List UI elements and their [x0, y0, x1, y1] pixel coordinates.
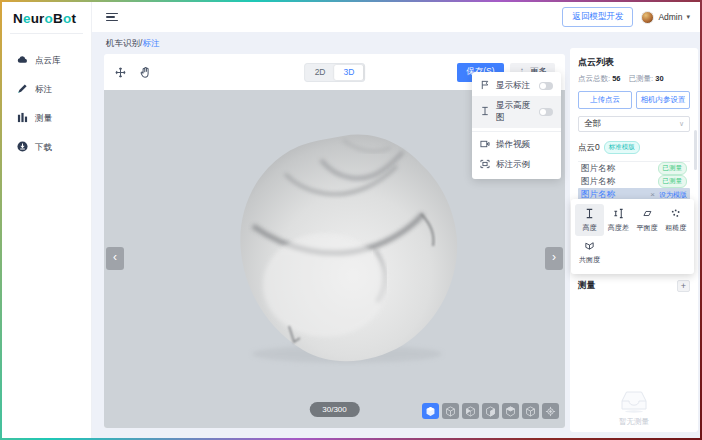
app-window: NeuroBot 点云库 标注 测量 下载 返回模型开发 Admin	[2, 2, 700, 438]
panel-title: 点云列表	[578, 56, 690, 69]
logo-text: t	[71, 11, 76, 26]
pointcloud-stats: 点云总数: 56 已测量: 30	[578, 74, 690, 84]
back-to-model-dev-button[interactable]: 返回模型开发	[562, 7, 633, 27]
measure-tools-popup: 高度 高度差 平面度 粗糙度	[571, 199, 694, 274]
pointcloud-panel: 点云列表 点云总数: 56 已测量: 30 上传点云 相机内参设置 全部 ∨ 点…	[570, 48, 698, 432]
chevron-down-icon: ∨	[679, 120, 684, 128]
filter-value: 全部	[584, 118, 601, 130]
menu-item-label: 显示标注	[496, 80, 533, 92]
add-measure-button[interactable]: +	[677, 280, 690, 292]
tool-coplanarity[interactable]: 共面度	[575, 236, 604, 268]
next-image-button[interactable]: ›	[545, 247, 563, 270]
group-name: 点云0	[578, 142, 600, 154]
menu-item-label: 显示高度图	[496, 100, 533, 124]
show-annotations-toggle[interactable]	[539, 82, 553, 90]
measure-section-title: 测量	[578, 280, 595, 292]
menu-item-show-heightmap[interactable]: 显示高度图	[472, 96, 561, 128]
menu-item-label: 操作视频	[496, 139, 553, 151]
roughness-icon	[670, 208, 681, 221]
measure-icon	[17, 112, 28, 125]
breadcrumb-current: 标注	[142, 38, 159, 48]
measured-label: 已测量:	[629, 74, 654, 83]
height-ibeam-icon	[480, 106, 490, 118]
divider	[10, 33, 83, 34]
top-bar: 返回模型开发 Admin ▾	[92, 2, 700, 32]
set-as-template-link[interactable]: 设为模版	[659, 190, 687, 200]
view-cube-back-button[interactable]	[462, 403, 479, 419]
tool-height[interactable]: 高度	[575, 204, 604, 236]
user-menu[interactable]: Admin ▾	[641, 11, 690, 24]
filter-select[interactable]: 全部 ∨	[578, 116, 690, 132]
sidebar-item-label: 下载	[35, 142, 52, 154]
video-icon	[480, 139, 490, 151]
menu-item-show-annotations[interactable]: 显示标注	[472, 76, 561, 96]
sidebar-item-pointcloud-library[interactable]: 点云库	[2, 46, 91, 75]
menu-item-tutorial-video[interactable]: 操作视频	[472, 135, 561, 155]
pan-move-icon[interactable]	[114, 66, 127, 79]
caret-down-icon: ▾	[686, 13, 690, 21]
sidebar-item-label: 标注	[35, 84, 52, 96]
coplanarity-icon	[584, 240, 595, 253]
sidebar-item-label: 点云库	[35, 55, 61, 67]
empty-inbox-icon	[619, 389, 649, 413]
view-3d-tab[interactable]: 3D	[335, 65, 364, 80]
tool-label: 高度	[582, 223, 596, 233]
view-cube-front-button[interactable]	[442, 403, 459, 419]
view-options-menu: 显示标注 显示高度图 操作视频 标注示例	[472, 72, 561, 179]
view-2d-tab[interactable]: 2D	[306, 65, 335, 80]
tool-label: 粗糙度	[665, 223, 686, 233]
collapse-menu-icon[interactable]	[106, 11, 118, 24]
view-cube-right-button[interactable]	[502, 403, 519, 419]
breadcrumb: 机车识别/标注	[106, 38, 159, 50]
sidebar-item-download[interactable]: 下载	[2, 133, 91, 162]
image-list-item[interactable]: 图片名称 已测量	[578, 162, 690, 175]
pointcloud-group-row[interactable]: 点云0 标准模版	[578, 141, 690, 162]
logo-text: N	[13, 11, 23, 26]
breadcrumb-parent[interactable]: 机车识别	[106, 38, 140, 48]
username: Admin	[658, 12, 682, 22]
sidebar-item-annotate[interactable]: 标注	[2, 75, 91, 104]
brand-logo: NeuroBot	[2, 2, 91, 33]
measured-count: 30	[655, 74, 663, 83]
logo-text: ur	[31, 11, 45, 26]
image-name: 图片名称	[581, 176, 615, 188]
flag-icon	[480, 80, 490, 92]
tool-label: 共面度	[579, 255, 600, 265]
divider	[472, 131, 561, 132]
logo-text: B	[53, 11, 63, 26]
flatness-icon	[641, 208, 652, 221]
menu-item-annotation-example[interactable]: 标注示例	[472, 155, 561, 175]
prev-image-button[interactable]: ‹	[106, 247, 124, 270]
camera-intrinsics-button[interactable]: 相机内参设置	[636, 91, 690, 109]
cloud-icon	[17, 54, 28, 67]
hand-drag-icon[interactable]	[139, 66, 152, 79]
tool-roughness[interactable]: 粗糙度	[661, 204, 690, 236]
empty-text: 暂无测量	[570, 417, 698, 427]
upload-pointcloud-button[interactable]: 上传点云	[578, 91, 632, 109]
view-cube-left-button[interactable]	[482, 403, 499, 419]
show-heightmap-toggle[interactable]	[539, 108, 553, 116]
download-icon	[17, 141, 28, 154]
measured-badge: 已测量	[658, 162, 688, 175]
tool-height-difference[interactable]: 高度差	[604, 204, 633, 236]
reset-view-button[interactable]	[542, 403, 559, 419]
height-diff-icon	[613, 208, 624, 221]
image-counter: 30/300	[309, 402, 359, 417]
image-list-item[interactable]: 图片名称 已测量	[578, 175, 690, 188]
sidebar-item-label: 测量	[35, 113, 52, 125]
view-cube-iso-button[interactable]	[422, 403, 439, 419]
sidebar-item-measure[interactable]: 测量	[2, 104, 91, 133]
total-label: 点云总数:	[578, 74, 610, 83]
tool-label: 高度差	[608, 223, 629, 233]
logo-gear-e: e	[23, 11, 31, 26]
tool-label: 平面度	[636, 223, 657, 233]
scrollbar-thumb[interactable]	[694, 130, 697, 170]
sidebar: NeuroBot 点云库 标注 测量 下载	[2, 2, 92, 438]
view-cube-top-button[interactable]	[522, 403, 539, 419]
view-mode-toggle: 2D 3D	[304, 63, 366, 82]
close-icon[interactable]: ×	[650, 190, 655, 199]
height-ibeam-icon	[584, 208, 595, 221]
view-orientation-buttons	[422, 403, 559, 419]
measure-empty-state: 暂无测量	[570, 389, 698, 427]
tool-flatness[interactable]: 平面度	[633, 204, 662, 236]
